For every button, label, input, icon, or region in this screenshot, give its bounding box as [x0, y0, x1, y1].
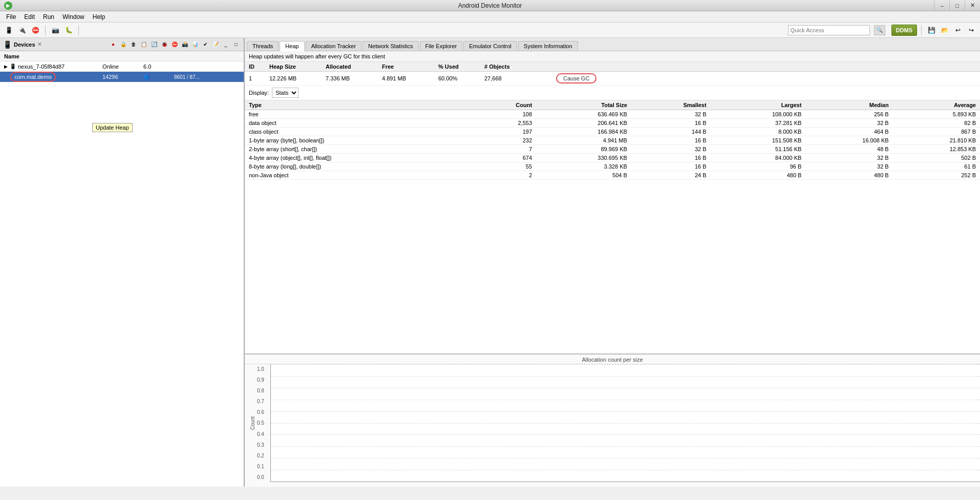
display-label: Display: [249, 90, 269, 96]
system-information-tab-label: System Information [524, 43, 572, 49]
devices-panel-title: 📱 Devices ✕ [3, 40, 41, 49]
maximize-button[interactable]: □ [949, 0, 965, 11]
close-button[interactable]: ✕ [965, 0, 980, 11]
app-row-com-mat-demo[interactable]: com.mat.demo 14296 🔵 8601 / 87... [0, 72, 244, 82]
toolbar-undo-btn[interactable]: ↩ [952, 25, 964, 36]
menu-file[interactable]: File [2, 12, 20, 22]
stats-cell-count-1: 2,553 [474, 119, 536, 128]
ddms-button[interactable]: DDMS [891, 25, 917, 36]
stats-cell-total_size-1: 206.641 KB [536, 119, 631, 128]
devices-tool-10[interactable]: ✔ [201, 40, 210, 49]
stats-row-7[interactable]: non-Java object2504 B24 B480 B480 B252 B [245, 171, 980, 180]
stats-row-3[interactable]: 1-byte array (byte[], boolean[])2324.941… [245, 136, 980, 145]
menu-run[interactable]: Run [39, 12, 58, 22]
stats-cell-smallest-0: 32 B [631, 110, 711, 119]
stats-cell-count-6: 55 [474, 162, 536, 171]
tab-allocation-tracker[interactable]: Allocation Tracker [306, 41, 361, 51]
minimize-button[interactable]: – [934, 0, 949, 11]
devices-panel: 📱 Devices ✕ ● 🔒 🗑 📋 🔄 🐞 ⛔ 📸 📊 ✔ 📝 _ □ [0, 38, 245, 487]
y-tick-00: 0.0 [257, 474, 268, 480]
chart-plot [270, 364, 980, 482]
devices-tool-11[interactable]: 📝 [211, 40, 220, 49]
chart-inner: Count 1.0 0.9 0.8 0.7 0.6 0.5 0.4 0.3 0.… [245, 364, 980, 482]
devices-maximize[interactable]: □ [231, 40, 241, 49]
grid-line-100 [271, 364, 980, 365]
stats-row-4[interactable]: 2-byte array (short[], char[])789.969 KB… [245, 145, 980, 154]
stats-cell-smallest-2: 144 B [631, 128, 711, 136]
toolbar-sep-3 [921, 25, 922, 35]
toolbar-open-btn[interactable]: 📂 [939, 25, 950, 36]
cause-gc-button[interactable]: Cause GC [556, 73, 596, 84]
tab-heap[interactable]: Heap [280, 41, 304, 51]
devices-tool-7[interactable]: ⛔ [170, 40, 179, 49]
stats-cell-count-2: 197 [474, 128, 536, 136]
stats-cell-type-5: 4-byte array (object[], int[], float[]) [245, 154, 474, 162]
stats-cell-median-0: 256 B [805, 110, 892, 119]
menu-window[interactable]: Window [58, 12, 89, 22]
stats-row-5[interactable]: 4-byte array (object[], int[], float[])6… [245, 154, 980, 162]
chart-area: Allocation count per size Count 1.0 0.9 … [245, 353, 980, 487]
display-select[interactable]: Stats [272, 88, 299, 98]
devices-tool-2[interactable]: 🔒 [119, 40, 128, 49]
tab-threads[interactable]: Threads [247, 41, 279, 51]
stats-row-2[interactable]: class object197166.984 KB144 B8.000 KB46… [245, 128, 980, 136]
menu-edit[interactable]: Edit [20, 12, 39, 22]
toolbar-btn-3[interactable]: ⛔ [30, 25, 41, 36]
toolbar-redo-btn[interactable]: ↪ [966, 25, 977, 36]
tab-file-explorer[interactable]: File Explorer [420, 41, 463, 51]
devices-panel-tools: ● 🔒 🗑 📋 🔄 🐞 ⛔ 📸 📊 ✔ 📝 _ □ [109, 40, 241, 49]
devices-tool-4[interactable]: 📋 [139, 40, 148, 49]
cause-gc-container: Cause GC [536, 73, 976, 84]
threads-tab-label: Threads [252, 43, 273, 49]
heap-info-bar: Heap updates will happen after every GC … [245, 51, 980, 62]
td-pctused: 60.00% [438, 75, 484, 81]
quick-access-search-btn[interactable]: 🔍 [874, 25, 885, 35]
window-title: Android Device Monitor [458, 2, 522, 9]
toolbar-save-btn[interactable]: 💾 [926, 25, 937, 36]
y-tick-10: 1.0 [257, 366, 268, 372]
toolbar-btn-4[interactable]: 📷 [50, 25, 61, 36]
display-row: Display: Stats [245, 86, 980, 100]
y-axis-label: Count [250, 416, 255, 430]
quick-access-input[interactable] [788, 25, 870, 35]
devices-tool-5[interactable]: 🔄 [150, 40, 159, 49]
devices-tool-9[interactable]: 📊 [190, 40, 200, 49]
tab-emulator-control[interactable]: Emulator Control [463, 41, 517, 51]
tab-network-statistics[interactable]: Network Statistics [363, 41, 418, 51]
devices-tool-6[interactable]: 🐞 [160, 40, 169, 49]
stats-cell-largest-5: 84.000 KB [711, 154, 806, 162]
right-panel: Threads Heap Allocation Tracker Network … [245, 38, 980, 487]
grid-line-20 [271, 458, 980, 459]
th-largest: Largest [711, 100, 806, 110]
grid-line-40 [271, 434, 980, 435]
device-row-nexus[interactable]: ▶ 📱 nexus_7-05f84d87 Online 6.0 [0, 61, 244, 72]
stats-row-1[interactable]: data object2,553206.641 KB16 B37.281 KB3… [245, 119, 980, 128]
emulator-control-tab-label: Emulator Control [469, 43, 512, 49]
toolbar-btn-5[interactable]: 🐛 [63, 25, 74, 36]
stats-row-6[interactable]: 8-byte array (long[], double[])553.328 K… [245, 162, 980, 171]
th-type: Type [245, 100, 474, 110]
menu-help[interactable]: Help [89, 12, 110, 22]
grid-line-80 [271, 388, 980, 388]
grid-line-10 [271, 470, 980, 470]
devices-tool-3[interactable]: 🗑 [129, 40, 138, 49]
toolbar-btn-2[interactable]: 🔌 [16, 25, 28, 36]
th-id: ID [249, 64, 269, 70]
network-statistics-tab-label: Network Statistics [368, 43, 413, 49]
tab-system-information[interactable]: System Information [518, 41, 578, 51]
devices-tool-1[interactable]: ● [109, 40, 118, 49]
td-numobjects: 27,668 [484, 75, 536, 81]
stats-cell-largest-0: 108.000 KB [711, 110, 806, 119]
stats-row-0[interactable]: free108636.469 KB32 B108.000 KB256 B5.89… [245, 110, 980, 119]
toolbar-sep-1 [45, 25, 46, 35]
th-free: Free [382, 64, 438, 70]
y-axis-ticks: 1.0 0.9 0.8 0.7 0.6 0.5 0.4 0.3 0.2 0.1 … [245, 364, 270, 482]
devices-tool-8[interactable]: 📸 [180, 40, 189, 49]
update-heap-tooltip: Update Heap [92, 123, 133, 132]
y-tick-07: 0.7 [257, 399, 268, 404]
devices-minimize[interactable]: _ [221, 40, 230, 49]
toolbar-btn-1[interactable]: 📱 [3, 25, 14, 36]
app-port-cell: 🔵 [143, 74, 174, 80]
devices-tab-close-icon[interactable]: ✕ [37, 41, 41, 47]
y-tick-03: 0.3 [257, 442, 268, 448]
